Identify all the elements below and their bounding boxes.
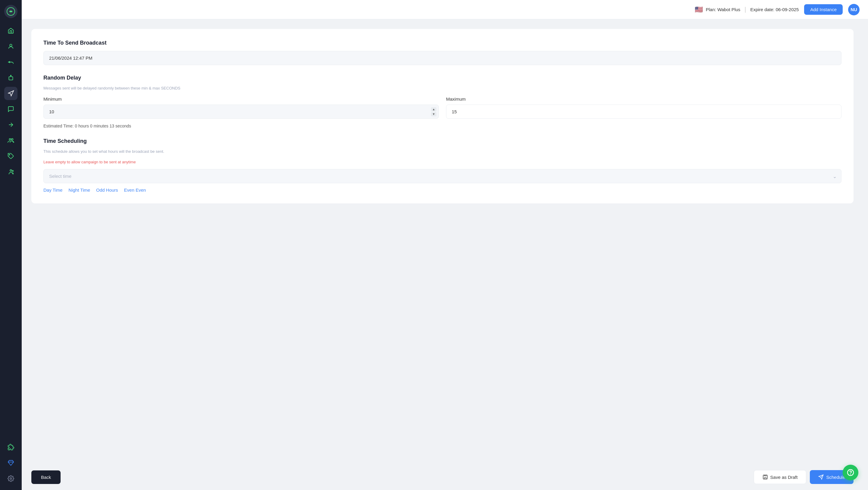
maximum-field: Maximum [446, 96, 841, 119]
sidebar-item-bot[interactable] [4, 71, 18, 84]
random-delay-section: Random Delay Messages sent will be delay… [43, 75, 841, 128]
header-plan: 🇺🇸 Plan: Wabot Plus | Expire date: 06-09… [695, 6, 799, 13]
sidebar-item-tags[interactable] [4, 150, 18, 163]
time-scheduling-desc: This schedule allows you to set what hou… [43, 149, 841, 154]
content-area: Time To Send Broadcast Random Delay Mess… [22, 19, 868, 464]
save-draft-label: Save as Draft [770, 474, 798, 480]
minimum-spinner: ▲ ▼ [431, 107, 436, 116]
preset-day-time[interactable]: Day Time [43, 187, 62, 192]
sidebar-item-broadcast[interactable] [4, 87, 18, 100]
time-scheduling-note: Leave empty to allow campaign to be sent… [43, 160, 841, 164]
sidebar-item-replies[interactable] [4, 56, 18, 69]
footer: Back Save as Draft Schedule [22, 464, 868, 490]
time-to-send-title: Time To Send Broadcast [43, 40, 841, 46]
minimum-label: Minimum [43, 96, 439, 101]
svg-point-9 [10, 478, 12, 480]
help-icon [847, 469, 854, 476]
minimum-increment[interactable]: ▲ [431, 107, 436, 112]
svg-rect-10 [763, 475, 767, 479]
select-time-wrap: Select time ⌄ [43, 169, 841, 183]
random-delay-title: Random Delay [43, 75, 841, 81]
svg-point-8 [12, 170, 13, 172]
sidebar-item-diamond[interactable] [4, 456, 18, 469]
main-area: 🇺🇸 Plan: Wabot Plus | Expire date: 06-09… [22, 0, 868, 490]
svg-point-1 [10, 44, 12, 47]
plan-label: Plan: Wabot Plus [706, 7, 741, 12]
svg-rect-2 [9, 76, 13, 80]
random-delay-desc: Messages sent will be delayed randomly b… [43, 86, 841, 90]
maximum-input[interactable] [446, 104, 841, 119]
sidebar-logo[interactable] [4, 5, 18, 18]
select-time[interactable]: Select time [43, 169, 841, 183]
schedule-icon [818, 474, 824, 480]
header: 🇺🇸 Plan: Wabot Plus | Expire date: 06-09… [22, 0, 868, 19]
sidebar-item-export[interactable] [4, 118, 18, 131]
sidebar [0, 0, 22, 490]
expire-label: Expire date: 06-09-2025 [750, 7, 799, 12]
broadcast-form-card: Time To Send Broadcast Random Delay Mess… [31, 29, 854, 204]
svg-point-5 [11, 139, 13, 141]
sidebar-item-settings[interactable] [4, 472, 18, 485]
save-draft-button[interactable]: Save as Draft [754, 470, 807, 484]
time-scheduling-title: Time Scheduling [43, 138, 841, 144]
delay-inputs: Minimum ▲ ▼ Maximum [43, 96, 841, 119]
preset-night-time[interactable]: Night Time [68, 187, 90, 192]
sidebar-item-contacts[interactable] [4, 40, 18, 53]
footer-actions: Save as Draft Schedule [754, 470, 854, 484]
flag-icon: 🇺🇸 [695, 6, 703, 13]
estimated-time: Estimated Time: 0 hours 0 minutes 13 sec… [43, 124, 841, 128]
maximum-label: Maximum [446, 96, 841, 101]
time-scheduling-section: Time Scheduling This schedule allows you… [43, 138, 841, 192]
svg-point-6 [9, 154, 10, 155]
help-fab-button[interactable] [843, 465, 858, 480]
save-draft-icon [763, 474, 768, 480]
minimum-field: Minimum ▲ ▼ [43, 96, 439, 119]
time-presets: Day Time Night Time Odd Hours Even Even [43, 187, 841, 192]
sidebar-item-team[interactable] [4, 134, 18, 147]
preset-even-even[interactable]: Even Even [124, 187, 146, 192]
svg-point-4 [9, 139, 11, 141]
back-button[interactable]: Back [31, 470, 61, 484]
sidebar-item-chat[interactable] [4, 102, 18, 116]
datetime-input[interactable] [43, 51, 841, 65]
user-avatar[interactable]: NU [848, 4, 860, 16]
svg-point-7 [10, 170, 12, 172]
time-to-send-section: Time To Send Broadcast [43, 40, 841, 65]
add-instance-button[interactable]: Add Instance [804, 4, 843, 15]
svg-point-12 [850, 474, 851, 474]
schedule-label: Schedule [826, 474, 845, 480]
minimum-decrement[interactable]: ▼ [431, 112, 436, 116]
preset-odd-hours[interactable]: Odd Hours [96, 187, 118, 192]
header-separator: | [744, 6, 746, 13]
sidebar-item-home[interactable] [4, 24, 18, 37]
minimum-input[interactable] [43, 104, 439, 119]
sidebar-item-plugin[interactable] [4, 440, 18, 454]
sidebar-item-group[interactable] [4, 165, 18, 178]
minimum-input-wrap: ▲ ▼ [43, 104, 439, 119]
